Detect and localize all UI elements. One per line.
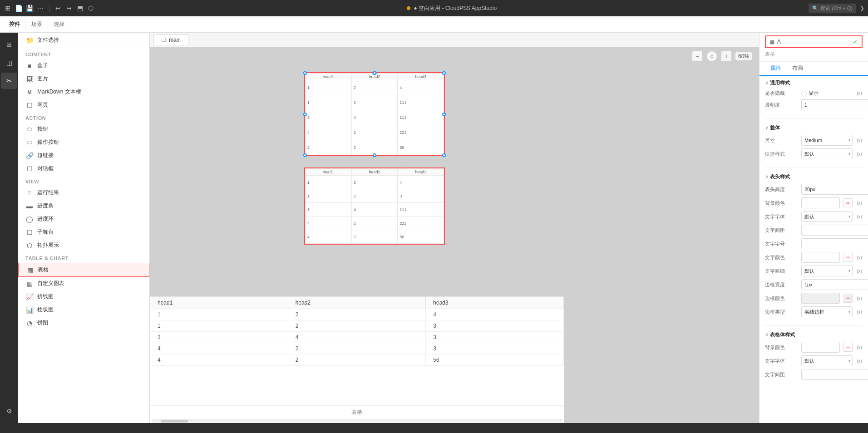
visibility-radio-show[interactable]: 显示 [801, 90, 819, 97]
zoom-in-btn[interactable]: + [721, 51, 732, 62]
right-panel-tab-attributes[interactable]: 属性 [765, 62, 787, 76]
quick-style-select[interactable]: 默认 [801, 148, 853, 159]
header-height-input[interactable] [801, 184, 868, 195]
header-height-label: 表头高度 [765, 186, 798, 193]
zoom-out-btn[interactable]: − [692, 51, 703, 62]
component-selector[interactable]: ▦ A ✓ [765, 35, 863, 48]
header-font-weight-x[interactable]: (x) [856, 269, 863, 274]
redo-icon[interactable]: ↪ [65, 4, 73, 12]
tab-scene[interactable]: 场景 [26, 19, 48, 30]
icon-bar-widgets[interactable]: ⊞ [1, 36, 17, 53]
app-logo-icon[interactable]: ⊞ [4, 4, 12, 12]
handle-tl[interactable] [303, 71, 307, 75]
header-text-color-swatch[interactable]: ✏ [843, 253, 853, 262]
right-panel-tab-layout[interactable]: 布局 [787, 62, 809, 75]
body-section-title[interactable]: ∨ 整体 [765, 124, 863, 131]
preview-table-area: head1 head2 head3 1241233434234256 表格 [150, 296, 564, 423]
save-icon[interactable]: 💾 [25, 4, 34, 12]
icon-bar-layers[interactable]: ◫ [1, 54, 17, 71]
handle-ml[interactable] [303, 113, 307, 116]
file-icon[interactable]: 📄 [15, 4, 23, 12]
size-x[interactable]: (x) [856, 138, 863, 143]
file-select-icon: 📁 [25, 37, 34, 44]
table-body-spacing-input[interactable] [801, 369, 868, 380]
sidebar-item-hyperlink[interactable]: 🔗 超链接 [18, 149, 149, 162]
sidebar-item-topology[interactable]: ⬡ 拓扑展示 [18, 239, 149, 252]
sidebar-item-pie-chart[interactable]: ◔ 饼图 [18, 316, 149, 330]
second-bar-tabs: 控件 场景 选择 [4, 19, 70, 30]
canvas-table-1-content: head1 head2 head3 1241211134111422212256 [305, 73, 444, 155]
table-body-bg-x[interactable]: (x) [856, 345, 863, 350]
header-style-title[interactable]: ∨ 表头样式 [765, 173, 863, 180]
header-char-spacing-input[interactable] [801, 238, 868, 249]
size-select[interactable]: Medium [801, 135, 853, 146]
section-header-content: CONTENT [18, 48, 149, 59]
general-style-title[interactable]: ∨ 通用样式 [765, 79, 863, 86]
sidebar-item-webpage[interactable]: ☐ 网页 [18, 98, 149, 112]
sidebar-item-bar-chart[interactable]: 📊 柱状图 [18, 303, 149, 316]
header-border-color-swatch[interactable]: ✏ [843, 294, 853, 303]
handle-bm[interactable] [373, 153, 376, 157]
header-border-type-x[interactable]: (x) [856, 310, 863, 315]
sidebar-item-markdown[interactable]: M MarkDown 文本框 [18, 85, 149, 98]
export-icon[interactable]: ⬒ [76, 4, 84, 12]
handle-bl[interactable] [303, 153, 307, 157]
canvas-tab-main[interactable]: ☐ main [153, 34, 188, 45]
sidebar-item-box[interactable]: ■ 盒子 [18, 59, 149, 72]
share-icon[interactable]: ⬡ [87, 4, 95, 12]
header-bg-color-swatch[interactable]: ✏ [843, 198, 853, 207]
icon-bar-components[interactable]: ✂ [1, 73, 17, 89]
table-body-bg-color-swatch[interactable]: ✏ [843, 343, 853, 352]
top-bar: ⊞ 📄 💾 ⋯ ↩ ↪ ⬒ ⬡ ● 空白应用 - CloudPSS AppStu… [0, 0, 868, 16]
sidebar-item-line-chart[interactable]: 📈 折线图 [18, 290, 149, 303]
canvas-table-1[interactable]: head1 head2 head3 1241211134111422212256 [304, 72, 445, 156]
collapse-btn[interactable]: ❯ [860, 5, 864, 11]
tab-controls[interactable]: 控件 [4, 19, 26, 30]
sidebar-item-action-button[interactable]: ⬭ 操作按钮 [18, 136, 149, 149]
search-bar[interactable]: 🔍 搜索 (Ctrl + Q) [809, 4, 856, 13]
sidebar-item-run-result[interactable]: ≡ 运行结果 [18, 186, 149, 199]
handle-tr[interactable] [442, 71, 446, 75]
icon-bar-settings[interactable]: ⚙ [1, 403, 17, 419]
header-font-weight-select[interactable]: 默认 [801, 266, 853, 276]
sidebar-item-progress-bar[interactable]: ▬ 进度条 [18, 199, 149, 212]
pie-chart-icon: ◔ [25, 320, 34, 327]
undo-icon[interactable]: ↩ [54, 4, 62, 12]
component-selector-icon: ▦ [769, 39, 774, 45]
tab-select[interactable]: 选择 [48, 19, 70, 30]
canvas-tab-bar: ☐ main [150, 33, 759, 47]
more-icon[interactable]: ⋯ [36, 4, 44, 12]
table-body-font-select[interactable]: 默认 [801, 355, 853, 366]
header-bg-x[interactable]: (x) [856, 201, 863, 206]
header-border-type-select[interactable]: 实线边框 [801, 306, 853, 317]
substage-icon: ☐ [25, 229, 34, 236]
visibility-x[interactable]: (x) [856, 91, 863, 96]
sidebar-item-dialog[interactable]: ☐ 对话框 [18, 162, 149, 175]
header-border-width-input[interactable] [801, 279, 868, 290]
handle-br[interactable] [442, 153, 446, 157]
header-font-x[interactable]: (x) [856, 214, 863, 219]
handle-tm[interactable] [373, 71, 376, 75]
body-chevron-icon: ∨ [765, 125, 768, 130]
preview-table-wrapper[interactable]: head1 head2 head3 1241233434234256 [150, 296, 564, 405]
sidebar-item-progress-circle[interactable]: ◯ 进度环 [18, 212, 149, 226]
header-text-spacing-input[interactable] [801, 225, 868, 236]
header-border-color-x[interactable]: (x) [856, 296, 863, 301]
sidebar-item-button[interactable]: ⬭ 按钮 [18, 123, 149, 136]
handle-mr[interactable] [442, 113, 446, 116]
table-body-font-x[interactable]: (x) [856, 359, 863, 364]
opacity-input[interactable] [801, 99, 868, 110]
fit-screen-btn[interactable]: ○ [706, 51, 717, 62]
sidebar-item-substage[interactable]: ☐ 子舞台 [18, 226, 149, 239]
header-text-spacing-label: 文字间距 [765, 227, 798, 234]
canvas-table-2[interactable]: head1 head2 head3 12412334111422214256 [304, 167, 445, 245]
table-body-style-title[interactable]: ∨ 表格体样式 [765, 331, 863, 338]
quick-style-x[interactable]: (x) [856, 152, 863, 157]
header-font-select[interactable]: 默认 [801, 211, 853, 222]
sidebar-file-select[interactable]: 📁 文件选择 [18, 33, 149, 48]
sidebar-item-table[interactable]: ▦ 表格 [18, 263, 149, 277]
canvas-viewport[interactable]: − ○ + 60% [150, 47, 759, 423]
sidebar-item-custom-chart[interactable]: ▦ 自定义图表 [18, 277, 149, 290]
sidebar-item-image[interactable]: 🖼 图片 [18, 72, 149, 85]
header-text-color-x[interactable]: (x) [856, 255, 863, 260]
